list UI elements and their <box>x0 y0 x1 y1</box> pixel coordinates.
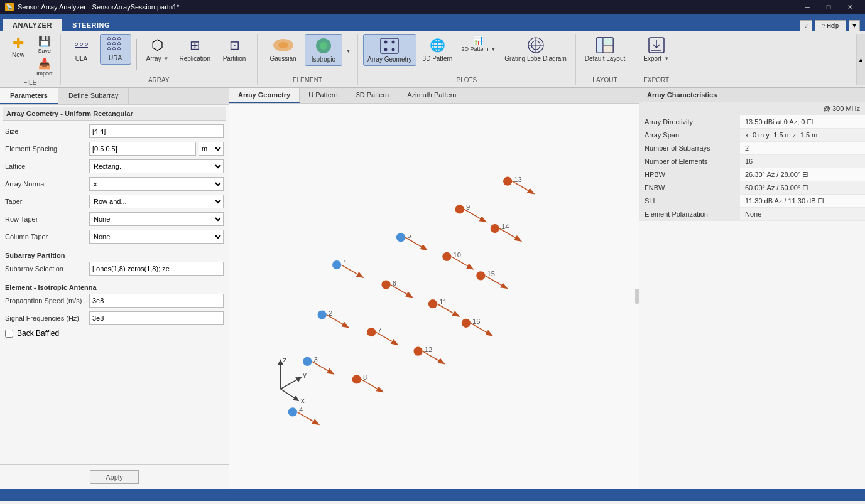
back-baffled-checkbox[interactable] <box>5 330 13 338</box>
array-geometry-button[interactable]: Array Geometry <box>363 34 416 66</box>
tab-array-geometry[interactable]: Array Geometry <box>229 88 300 103</box>
svg-point-5 <box>384 41 388 44</box>
signal-frequencies-label: Signal Frequencies (Hz) <box>5 314 87 322</box>
ula-icon <box>75 36 88 54</box>
export-button[interactable]: Export ▼ <box>639 34 673 65</box>
characteristics-row: SLL 11.30 dB Az / 11.30 dB El <box>639 195 865 208</box>
y-axis-label: y <box>303 371 307 378</box>
element-label-2: 2 <box>329 309 332 317</box>
prop-value: x=0 m y=1.5 m z=1.5 m <box>740 129 865 142</box>
element-3 <box>303 357 312 366</box>
property-col-header <box>639 102 740 115</box>
help-toggle-btn[interactable]: ? <box>800 20 812 31</box>
layout-buttons: Default Layout <box>581 34 629 75</box>
taper-select[interactable]: Row and... <box>89 195 224 208</box>
ula-button[interactable]: ULA <box>66 34 97 65</box>
signal-frequencies-input[interactable] <box>89 311 224 325</box>
ribbon-scroll-btn[interactable]: ▲ <box>856 34 865 85</box>
array-canvas: 1 2 3 4 5 6 <box>229 104 639 489</box>
row-taper-select[interactable]: None <box>89 212 224 226</box>
svg-rect-14 <box>597 38 603 53</box>
tab-u-pattern[interactable]: U Pattern <box>300 88 347 103</box>
element-label-8: 8 <box>363 373 367 381</box>
propagation-speed-input[interactable] <box>89 294 224 308</box>
tab-3d-pattern[interactable]: 3D Pattern <box>347 88 399 103</box>
prop-name: Array Directivity <box>639 115 740 129</box>
partition-button[interactable]: ⊡ Partition <box>217 34 252 65</box>
tab-parameters[interactable]: Parameters <box>0 88 58 104</box>
prop-name: Element Polarization <box>639 208 740 221</box>
element-label-5: 5 <box>407 232 411 239</box>
element-dropdown[interactable]: ▼ <box>346 48 351 54</box>
array-buttons: ULA URA ⬡ <box>66 34 252 75</box>
save-label: Save <box>38 48 52 54</box>
tab-define-subarray[interactable]: Define Subarray <box>58 88 129 104</box>
minimize-button[interactable]: ─ <box>797 0 817 14</box>
array-group-label: ARRAY <box>148 77 170 85</box>
ribbon-group-layout: Default Layout LAYOUT <box>576 34 635 85</box>
array-characteristics-header: Array Characteristics <box>639 88 865 102</box>
svg-rect-15 <box>603 38 613 45</box>
import-button[interactable]: 📥 Import <box>34 56 55 78</box>
gaussian-button[interactable]: Gaussian <box>264 34 302 65</box>
svg-rect-20 <box>229 139 639 453</box>
array-label: Array <box>146 55 161 62</box>
subarray-selection-input[interactable] <box>89 262 224 276</box>
element-spacing-unit[interactable]: m <box>199 142 224 156</box>
element-label-16: 16 <box>472 318 480 325</box>
save-button[interactable]: 💾 Save <box>34 34 55 55</box>
prop-name: Number of Subarrays <box>639 142 740 155</box>
prop-value: 60.00° Az / 60.00° El <box>740 181 865 195</box>
export-icon <box>648 36 665 54</box>
tab-azimuth-pattern[interactable]: Azimuth Pattern <box>398 88 465 103</box>
default-layout-label: Default Layout <box>585 55 626 62</box>
array-dropdown[interactable]: ▼ <box>164 56 169 62</box>
2d-dropdown[interactable]: ▼ <box>491 46 496 52</box>
maximize-button[interactable]: □ <box>819 0 839 14</box>
tab-analyzer[interactable]: ANALYZER <box>3 19 62 31</box>
element-label-11: 11 <box>439 298 447 306</box>
element-label-1: 1 <box>343 259 347 267</box>
ribbon-group-array: ULA URA ⬡ <box>61 34 258 85</box>
element-label-3: 3 <box>313 356 317 363</box>
tab-steering[interactable]: STEERING <box>62 19 120 31</box>
export-dropdown[interactable]: ▼ <box>664 56 669 62</box>
size-input[interactable] <box>89 124 224 138</box>
element-label-14: 14 <box>501 223 509 230</box>
array-geometry-section-header: Array Geometry - Uniform Rectangular <box>3 107 226 121</box>
new-button[interactable]: ✚ New <box>5 34 31 61</box>
ura-button[interactable]: URA <box>100 34 131 65</box>
array-normal-select[interactable]: x <box>89 177 224 191</box>
element-label-6: 6 <box>393 279 396 287</box>
svg-point-6 <box>392 41 395 44</box>
grating-lobe-button[interactable]: Grating Lobe Diagram <box>501 34 570 65</box>
help-button[interactable]: ? Help <box>815 20 846 31</box>
element-12 <box>413 346 422 355</box>
array-geometry-label: Array Geometry <box>367 56 412 63</box>
ribbon-spacer <box>678 34 856 85</box>
isotropic-button[interactable]: Isotropic <box>305 34 342 66</box>
propagation-speed-label: Propagation Speed (m/s) <box>5 297 87 304</box>
file-buttons: ✚ New 💾 Save 📥 Import <box>5 34 55 78</box>
titlebar-title: Sensor Array Analyzer - SensorArraySessi… <box>18 3 179 11</box>
close-button[interactable]: ✕ <box>840 0 860 14</box>
expand-btn[interactable]: ▼ <box>849 20 860 31</box>
column-taper-select[interactable]: None <box>89 230 224 244</box>
element-spacing-input[interactable] <box>89 142 196 156</box>
element-9 <box>455 205 464 213</box>
file-group-label: FILE <box>23 79 36 87</box>
characteristics-row: Number of Elements 16 <box>639 155 865 168</box>
apply-button[interactable]: Apply <box>90 470 139 484</box>
ribbon-group-export: Export ▼ EXPORT <box>634 34 678 85</box>
lattice-select[interactable]: Rectang... <box>89 159 224 173</box>
titlebar-left: 📡 Sensor Array Analyzer - SensorArraySes… <box>5 3 179 11</box>
replication-button[interactable]: ⊞ Replication <box>176 34 214 65</box>
3d-pattern-button[interactable]: 🌐 3D Pattern <box>419 34 457 65</box>
prop-name: SLL <box>639 195 740 208</box>
resize-handle[interactable] <box>635 289 639 304</box>
default-layout-button[interactable]: Default Layout <box>581 34 629 65</box>
export-buttons: Export ▼ <box>639 34 673 75</box>
array-button[interactable]: ⬡ Array ▼ <box>142 34 173 65</box>
default-layout-icon <box>596 36 614 54</box>
2d-pattern-button[interactable]: 📊 2D Pattern ▼ <box>459 34 498 53</box>
